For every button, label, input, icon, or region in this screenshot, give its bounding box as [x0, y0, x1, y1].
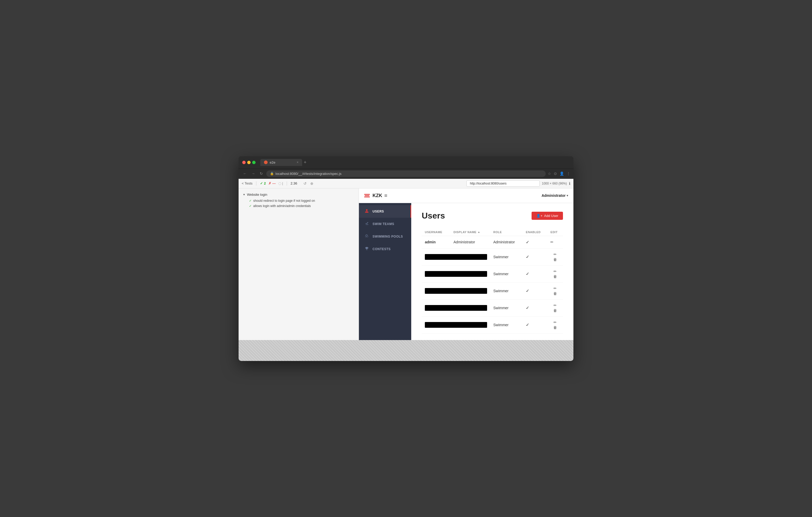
- table-header: USERNAME DISPLAY NAME ▲ ROLE: [422, 229, 563, 236]
- tests-back-button[interactable]: < Tests: [242, 181, 253, 185]
- redacted-cell: [422, 265, 490, 282]
- test-label-2: allows login with admin/admin credential…: [253, 204, 311, 208]
- table-row: Swimmer ✓ ✏ 🗑: [422, 282, 563, 299]
- info-icon: ℹ: [569, 181, 570, 186]
- redacted-bar: [425, 271, 487, 277]
- page-header: Users 👤+ Add User: [422, 211, 563, 221]
- admin-name: Administrator: [542, 193, 566, 197]
- wave-3: [364, 196, 370, 197]
- edit-icon[interactable]: ✏: [554, 252, 557, 256]
- tab-title: e2e: [270, 160, 276, 164]
- edit-icon[interactable]: ✏: [554, 286, 557, 291]
- preview-url[interactable]: http://localhost:8080/users: [466, 180, 540, 187]
- logo-waves-icon: [364, 194, 370, 197]
- enabled-cell: ✓: [523, 248, 547, 265]
- enabled-cell: ✓: [523, 316, 547, 333]
- wave-1: [364, 194, 370, 195]
- sidebar-item-swim-teams[interactable]: SWIM TEAMS: [359, 218, 411, 230]
- hamburger-icon[interactable]: ≡: [382, 190, 389, 201]
- edit-cell: ✏ 🗑: [547, 265, 563, 282]
- users-icon: [364, 209, 369, 214]
- role-cell: Swimmer: [490, 265, 523, 282]
- traffic-lights: [242, 161, 256, 164]
- role-cell: Swimmer: [490, 248, 523, 265]
- sidebar-item-users[interactable]: USERS: [359, 205, 411, 218]
- sidebar-item-contests[interactable]: CONTESTS: [359, 243, 411, 255]
- target-icon[interactable]: ⊕: [310, 181, 313, 186]
- url-bar[interactable]: 🔒 localhost:8080/__/#/tests/integration/…: [266, 171, 546, 177]
- sort-arrow-icon: ▲: [477, 231, 480, 234]
- refresh-button[interactable]: ↻: [258, 171, 264, 176]
- account-icon[interactable]: 👤: [559, 172, 564, 176]
- delete-icon[interactable]: 🗑: [553, 326, 557, 330]
- redacted-cell: [422, 248, 490, 265]
- delete-icon[interactable]: 🗑: [553, 274, 557, 279]
- redacted-bar: [425, 254, 487, 260]
- pass-count: ✓ 2: [260, 181, 266, 185]
- enabled-cell: ✓: [523, 236, 547, 248]
- suite-name: Website login: [247, 193, 267, 196]
- role-cell: Administrator: [490, 236, 523, 248]
- swimming-pools-icon: [364, 234, 369, 239]
- back-button[interactable]: ←: [242, 171, 248, 176]
- suite-title: ▼ Website login: [243, 193, 354, 196]
- divider: [256, 181, 256, 186]
- enabled-cell: ✓: [523, 299, 547, 316]
- test-item-1[interactable]: ✓ should redirect to login page if not l…: [243, 198, 354, 203]
- edit-cell: ✏ 🗑: [547, 282, 563, 299]
- suite-arrow[interactable]: ▼: [243, 193, 245, 196]
- test-item-2[interactable]: ✓ allows login with admin/admin credenti…: [243, 203, 354, 209]
- sidebar-label-contests: CONTESTS: [373, 247, 390, 251]
- role-cell: Swimmer: [490, 299, 523, 316]
- test-time: 2.36: [291, 181, 297, 185]
- minimize-button[interactable]: [247, 161, 251, 164]
- col-display-name[interactable]: DISPLAY NAME ▲: [451, 229, 490, 236]
- forward-button[interactable]: →: [250, 171, 256, 176]
- active-tab[interactable]: e2e ×: [260, 159, 302, 166]
- username-cell: admin: [425, 240, 436, 244]
- role-cell: Swimmer: [490, 282, 523, 299]
- content-area: ▼ Website login ✓ should redirect to log…: [239, 188, 573, 340]
- contests-icon: [364, 246, 369, 252]
- edit-icon[interactable]: ✏: [554, 303, 557, 307]
- tab-close-button[interactable]: ×: [297, 160, 298, 164]
- display-name-cell: Administrator: [451, 236, 490, 248]
- app-body: USERS SWIM TEAMS: [359, 203, 573, 340]
- preview-url-bar: http://localhost:8080/users 1000 × 660 (…: [466, 180, 570, 187]
- redacted-bar: [425, 288, 487, 294]
- bookmark-icon[interactable]: ☆: [548, 172, 551, 176]
- new-tab-button[interactable]: +: [304, 160, 307, 165]
- app-header: KZK ≡ Administrator ▾: [359, 188, 573, 203]
- add-user-icon: 👤+: [536, 214, 543, 218]
- sidebar-item-swimming-pools[interactable]: SWIMMING POOLS: [359, 230, 411, 243]
- admin-menu[interactable]: Administrator ▾: [542, 193, 568, 197]
- url-text: localhost:8080/__/#/tests/integration/sp…: [276, 172, 341, 176]
- users-table: USERNAME DISPLAY NAME ▲ ROLE: [422, 229, 563, 334]
- profile-icon[interactable]: ⊙: [554, 172, 557, 176]
- edit-icon[interactable]: ✏: [554, 320, 557, 324]
- table-row: Swimmer ✓ ✏ 🗑: [422, 248, 563, 265]
- delete-icon[interactable]: 🗑: [553, 292, 557, 296]
- title-bar: e2e × +: [239, 156, 573, 169]
- tab-bar: e2e × +: [260, 159, 570, 166]
- close-button[interactable]: [242, 161, 245, 164]
- delete-icon[interactable]: 🗑: [553, 257, 557, 262]
- redacted-bar: [425, 305, 487, 311]
- test-toolbar: < Tests ✓ 2 ✗ — ◌ | 2.36 ↺ ⊕ http://loca…: [239, 179, 573, 188]
- divider2: [287, 181, 287, 186]
- nav-right: ☆ ⊙ 👤 ⋮: [548, 172, 570, 176]
- table-row: admin Administrator Administrator ✓ ✏: [422, 236, 563, 248]
- maximize-button[interactable]: [252, 161, 256, 164]
- add-user-button[interactable]: 👤+ Add User: [531, 212, 563, 220]
- edit-icon[interactable]: ✏: [550, 240, 554, 244]
- page-title: Users: [422, 211, 445, 221]
- test-suite: ▼ Website login ✓ should redirect to log…: [239, 191, 359, 210]
- menu-icon[interactable]: ⋮: [567, 172, 570, 176]
- edit-icon[interactable]: ✏: [554, 269, 557, 273]
- reload-icon[interactable]: ↺: [303, 181, 307, 186]
- table-body: admin Administrator Administrator ✓ ✏: [422, 236, 563, 333]
- pass-icon-2: ✓: [249, 204, 252, 208]
- nav-bar: ← → ↻ 🔒 localhost:8080/__/#/tests/integr…: [239, 169, 573, 179]
- delete-icon[interactable]: 🗑: [553, 308, 557, 313]
- tab-favicon: [264, 160, 268, 164]
